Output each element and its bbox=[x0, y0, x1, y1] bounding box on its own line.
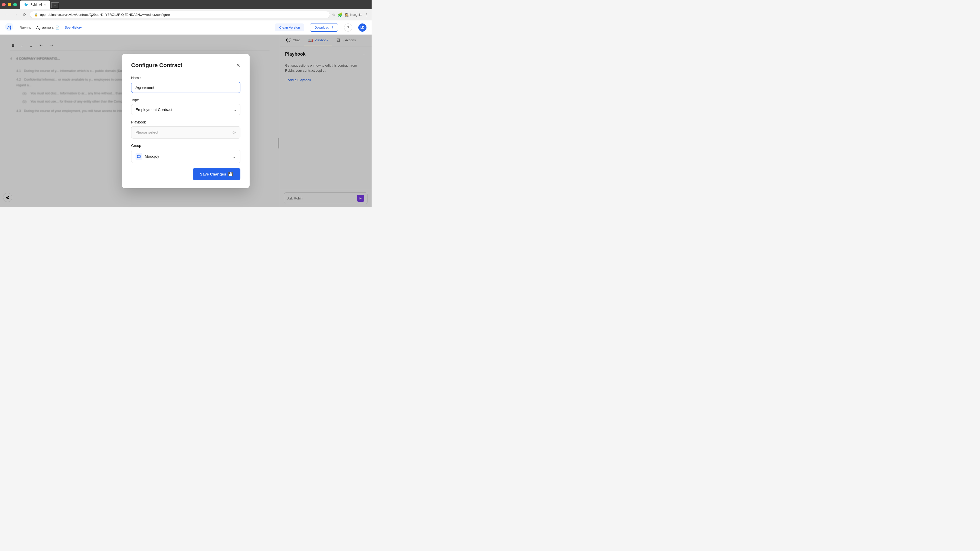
window-close-btn[interactable] bbox=[2, 3, 6, 6]
avatar-label: LD bbox=[360, 26, 364, 29]
address-field[interactable]: 🔒 app.robinai.co.uk/review/contract/Q29u… bbox=[30, 11, 330, 18]
clean-version-btn[interactable]: Clean Version bbox=[275, 24, 304, 32]
bookmark-btn[interactable]: ☆ bbox=[332, 12, 336, 17]
browser-tab[interactable]: 🐦 Robin AI ✕ bbox=[20, 0, 50, 9]
download-icon: ⬇ bbox=[331, 25, 334, 29]
configure-modal: Configure Contract ✕ Name Type Employmen… bbox=[122, 54, 250, 188]
save-changes-label: Save Changes bbox=[200, 172, 226, 176]
group-value: Moodjoy bbox=[145, 154, 159, 159]
window-max-btn[interactable] bbox=[13, 3, 17, 6]
save-icon: 💾 bbox=[228, 171, 233, 176]
avatar-btn[interactable]: LD bbox=[358, 24, 366, 32]
type-field-group: Type Employment Contract NDA Service Agr… bbox=[131, 98, 240, 115]
modal-header: Configure Contract ✕ bbox=[131, 62, 240, 68]
playbook-select[interactable]: Please select ⊘ bbox=[131, 126, 240, 138]
group-select-wrap: Moodjoy ⌄ bbox=[131, 150, 240, 163]
group-chevron-icon: ⌄ bbox=[232, 154, 236, 159]
save-changes-btn[interactable]: Save Changes 💾 bbox=[192, 168, 240, 180]
playbook-placeholder: Please select bbox=[135, 130, 158, 135]
download-label: Download bbox=[314, 25, 329, 29]
tab-favicon: 🐦 bbox=[24, 3, 28, 6]
back-btn[interactable]: ← bbox=[3, 11, 10, 18]
header-nav: Review Agreement 📄 See History bbox=[19, 24, 82, 30]
agreement-nav-link: Agreement 📄 bbox=[36, 25, 59, 30]
name-field-group: Name bbox=[131, 76, 240, 93]
url-text: app.robinai.co.uk/review/contract/Q29udH… bbox=[40, 13, 170, 17]
extensions-btn[interactable]: 🧩 bbox=[338, 12, 343, 17]
type-select-wrap: Employment Contract NDA Service Agreemen… bbox=[131, 104, 240, 115]
playbook-label: Playbook bbox=[131, 120, 240, 124]
group-select-left: Moodjoy bbox=[135, 153, 159, 160]
playbook-disabled-icon: ⊘ bbox=[232, 130, 236, 135]
playbook-field-group: Playbook Please select ⊘ bbox=[131, 120, 240, 138]
see-history-btn[interactable]: See History bbox=[65, 25, 82, 29]
help-btn[interactable]: ? bbox=[344, 24, 352, 32]
new-tab-btn[interactable]: + bbox=[51, 2, 59, 9]
incognito-btn[interactable]: 🕵️ Incognito bbox=[345, 13, 363, 17]
name-label: Name bbox=[131, 76, 240, 80]
address-actions: ☆ 🧩 🕵️ Incognito ⋮ bbox=[332, 12, 369, 17]
modal-footer: Save Changes 💾 bbox=[131, 168, 240, 180]
type-select[interactable]: Employment Contract NDA Service Agreemen… bbox=[131, 104, 240, 115]
address-bar-row: ← → ⟳ 🔒 app.robinai.co.uk/review/contrac… bbox=[0, 9, 372, 21]
incognito-icon: 🕵️ bbox=[345, 13, 349, 17]
tab-close-btn[interactable]: ✕ bbox=[44, 3, 46, 6]
reload-btn[interactable]: ⟳ bbox=[21, 11, 28, 18]
agreement-label[interactable]: Agreement bbox=[36, 25, 54, 30]
modal-overlay[interactable]: Configure Contract ✕ Name Type Employmen… bbox=[0, 35, 372, 207]
svg-point-0 bbox=[5, 23, 13, 31]
download-btn[interactable]: Download ⬇ bbox=[310, 23, 338, 32]
svg-point-1 bbox=[10, 25, 11, 27]
group-select[interactable]: Moodjoy ⌄ bbox=[131, 150, 240, 163]
help-icon: ? bbox=[347, 25, 349, 30]
incognito-label: Incognito bbox=[350, 13, 363, 17]
app-header: Review Agreement 📄 See History Clean Ver… bbox=[0, 21, 372, 35]
window-min-btn[interactable] bbox=[8, 3, 11, 6]
group-field-group: Group Moodjoy bbox=[131, 144, 240, 163]
modal-title: Configure Contract bbox=[131, 62, 182, 68]
forward-btn[interactable]: → bbox=[12, 11, 19, 18]
review-nav-link[interactable]: Review bbox=[19, 24, 31, 30]
group-label: Group bbox=[131, 144, 240, 148]
type-label: Type bbox=[131, 98, 240, 102]
svg-rect-2 bbox=[137, 156, 140, 158]
app-logo bbox=[5, 23, 13, 32]
clean-version-label: Clean Version bbox=[279, 25, 300, 29]
tab-title: Robin AI bbox=[30, 3, 42, 6]
main-content: B i U ⇤ ⇥ 4 4 COMPANY INFORMATIO... 4.1 … bbox=[0, 35, 372, 207]
modal-close-btn[interactable]: ✕ bbox=[236, 63, 240, 68]
name-input[interactable] bbox=[131, 82, 240, 93]
secure-icon: 🔒 bbox=[34, 13, 38, 17]
group-icon bbox=[135, 153, 142, 160]
doc-icon: 📄 bbox=[55, 25, 59, 30]
menu-btn[interactable]: ⋮ bbox=[364, 12, 369, 17]
